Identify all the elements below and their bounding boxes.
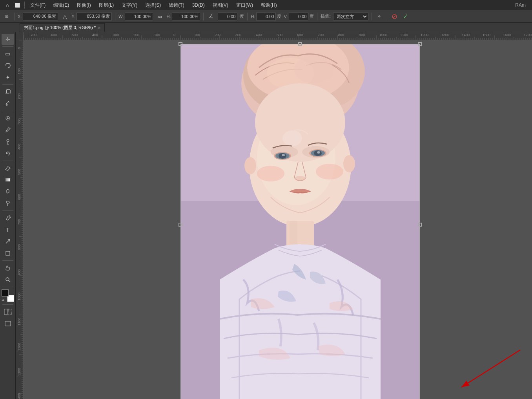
tab-bar: 封面1.png @ 100% (图层 0, RGB/8) * × [0,23,532,32]
red-arrow-annotation [442,342,528,397]
svg-rect-1 [5,93,9,93]
hskew-input[interactable] [256,13,276,20]
text-tool[interactable]: T [2,224,14,235]
svg-point-14 [6,278,9,281]
home-icon[interactable]: ⌂ [3,1,12,9]
lasso-tool[interactable] [2,60,14,71]
x-label: X: [18,14,22,19]
interpolation-select[interactable]: 两次立方 线性 最近邻 [333,13,368,20]
w-field: W: [118,13,153,20]
h-input[interactable] [172,13,200,20]
select-mode-icon[interactable]: ⬜ [13,1,22,9]
vskew-input[interactable] [289,13,308,20]
canvas-viewport[interactable] [24,40,532,399]
toolbar: ✛ ▭ ✦ [0,32,16,399]
canvas-area [16,32,532,399]
svg-line-15 [9,280,10,282]
w-input[interactable] [125,13,153,20]
tab-close-button[interactable]: × [98,26,100,30]
rotation-input[interactable] [218,13,237,20]
menu-layer[interactable]: 图层(L) [96,1,117,9]
svg-rect-49 [180,44,420,399]
cancel-transform-button[interactable]: ⊘ [390,12,399,21]
main-area: ✛ ▭ ✦ [0,32,532,399]
rect-select-tool[interactable]: ▭ [2,48,14,59]
menu-filter[interactable]: 滤镜(T) [166,1,187,9]
clone-stamp-tool[interactable] [2,136,14,147]
magic-wand-tool[interactable]: ✦ [2,72,14,83]
eyedropper-tool[interactable] [2,98,14,109]
shape-tool[interactable] [2,248,14,259]
move-tool[interactable]: ✛ [2,34,14,45]
menu-select[interactable]: 选择(S) [142,1,164,9]
ram-label: RAm [515,2,529,8]
pen-tool[interactable] [2,212,14,223]
color-swatches-area[interactable]: ⇄ [2,289,14,302]
x-field: X: [18,13,58,20]
menu-file[interactable]: 文件(F) [27,1,49,9]
zoom-tool[interactable] [2,274,14,285]
crop-tool[interactable] [2,86,14,97]
quick-mask-icon[interactable] [2,306,14,317]
warp-icon[interactable]: ⌖ [375,12,384,21]
rotation-unit: 度 [240,13,244,19]
rotate-icon[interactable]: ∠ [207,12,215,21]
y-input[interactable] [77,13,112,20]
document-tab[interactable]: 封面1.png @ 100% (图层 0, RGB/8) * × [20,23,105,32]
w-label: W: [118,14,124,19]
svg-point-10 [6,201,9,203]
ruler-corner [16,32,24,40]
eraser-tool[interactable] [2,163,14,174]
y-field: Y: [71,13,112,20]
svg-rect-17 [8,309,11,315]
gradient-tool[interactable] [2,174,14,185]
menu-3d[interactable]: 3D(D) [189,2,208,9]
swap-colors-icon[interactable]: ⇄ [2,298,4,302]
hskew-label: H: [251,14,255,19]
menu-edit[interactable]: 编辑(E) [50,1,72,9]
handle-top-right[interactable] [418,42,422,46]
svg-line-51 [461,350,520,387]
svg-rect-9 [5,178,10,181]
artwork-canvas [180,44,420,399]
hskew-field: H: 度 [251,13,281,20]
options-bar: ⊞ X: △ Y: W: ∞ H: ∠ 度 H: 度 V: 度 插值: 两次立方… [0,10,532,23]
handle-mid-left[interactable] [179,223,182,227]
path-select-tool[interactable] [2,236,14,247]
menu-image[interactable]: 图像(I) [74,1,94,9]
vertical-ruler [16,40,24,399]
confirm-transform-button[interactable]: ✓ [401,12,410,21]
foreground-color-swatch[interactable] [2,289,9,297]
portrait-svg [180,44,420,399]
x-input[interactable] [23,13,58,20]
heal-tool[interactable] [2,113,14,124]
svg-rect-16 [4,309,7,315]
dodge-tool[interactable] [2,198,14,209]
transform-layer[interactable] [180,44,420,399]
menu-window[interactable]: 窗口(W) [233,1,256,9]
menu-text[interactable]: 文字(Y) [118,1,140,9]
menu-help[interactable]: 帮助(H) [258,1,280,9]
brush-tool[interactable] [2,124,14,135]
handle-mid-right[interactable] [418,223,422,227]
y-label: Y: [71,14,75,19]
hand-tool[interactable] [2,262,14,273]
vskew-unit: 度 [310,13,314,19]
link-xy-icon[interactable]: △ [60,12,69,21]
tab-filename: 封面1.png @ 100% (图层 0, RGB/8) * [24,25,96,31]
menubar: ⌂ ⬜ 文件(F) 编辑(E) 图像(I) 图层(L) 文字(Y) 选择(S) … [0,0,532,10]
h-label: H: [166,14,171,19]
menu-view[interactable]: 视图(V) [210,1,231,9]
svg-point-12 [9,217,11,218]
history-brush-tool[interactable] [2,148,14,159]
blur-tool[interactable] [2,186,14,197]
screen-mode-icon[interactable] [2,318,14,329]
handle-mid-top[interactable] [298,42,302,46]
svg-rect-13 [6,251,10,255]
transform-reference-icon[interactable]: ⊞ [2,12,11,21]
svg-point-8 [7,139,9,142]
handle-top-left[interactable] [179,42,182,46]
link-wh-icon[interactable]: ∞ [155,12,164,21]
interpolation-label: 插值: [321,13,330,19]
svg-rect-18 [5,321,11,326]
